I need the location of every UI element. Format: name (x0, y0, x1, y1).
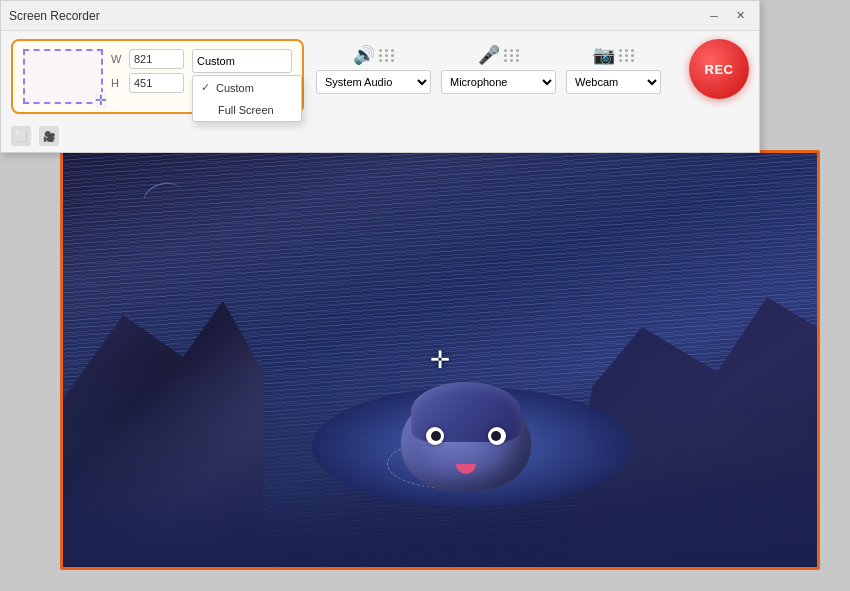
webcam-select[interactable]: Webcam (566, 70, 661, 94)
creature-body (401, 392, 531, 492)
webcam-group: 📷 Webcam (566, 44, 661, 94)
system-audio-icons: 🔊 (353, 44, 395, 66)
webcam-dots (619, 49, 635, 62)
mode-dropdown-wrapper: Custom Full Screen Custom Full Screen (192, 49, 292, 73)
titlebar: Screen Recorder ─ ✕ (1, 1, 759, 31)
height-row: H (111, 73, 184, 93)
microphone-icon: 🎤 (478, 44, 500, 66)
minimize-button[interactable]: ─ (703, 5, 725, 27)
microphone-dots (504, 49, 520, 62)
rec-button[interactable]: REC (689, 39, 749, 99)
dropdown-item-custom-label: Custom (216, 82, 254, 94)
width-label: W (111, 53, 125, 65)
system-audio-group: 🔊 System Audio (316, 44, 431, 94)
bottom-icon-1[interactable]: ⬜ (11, 126, 31, 146)
dropdown-item-fullscreen-label: Full Screen (218, 104, 274, 116)
mode-dropdown-menu: Custom Full Screen (192, 75, 302, 122)
webcam-icons: 📷 (593, 44, 635, 66)
height-label: H (111, 77, 125, 89)
bottom-icon-2[interactable]: 🎥 (39, 126, 59, 146)
width-row: W (111, 49, 184, 69)
window-title: Screen Recorder (9, 9, 100, 23)
window-controls: ─ ✕ (703, 5, 751, 27)
system-audio-select[interactable]: System Audio (316, 70, 431, 94)
webcam-icon: 📷 (593, 44, 615, 66)
width-input[interactable] (129, 49, 184, 69)
speaker-icon: 🔊 (353, 44, 375, 66)
dimension-box: W H (111, 49, 184, 93)
mode-section: Custom Full Screen Custom Full Screen (192, 49, 292, 99)
background-scene: ✛ (60, 150, 820, 570)
microphone-select[interactable]: Microphone (441, 70, 556, 94)
bottom-icons-row: ⬜ 🎥 (1, 122, 759, 152)
height-input[interactable] (129, 73, 184, 93)
mode-select[interactable]: Custom Full Screen (192, 49, 292, 73)
preview-frame (23, 49, 103, 104)
speaker-dots (379, 49, 395, 62)
creature-mouth (456, 464, 476, 474)
audio-section: 🔊 System Audio 🎤 (316, 39, 749, 99)
screen-recorder-window: Screen Recorder ─ ✕ W H (0, 0, 760, 153)
move-cursor-icon: ✛ (425, 345, 455, 375)
creature (401, 392, 531, 492)
microphone-icons: 🎤 (478, 44, 520, 66)
toolbar: W H Custom Full Screen (1, 31, 759, 122)
close-button[interactable]: ✕ (729, 5, 751, 27)
microphone-group: 🎤 Microphone (441, 44, 556, 94)
creature-eye-right (488, 427, 506, 445)
dropdown-item-custom[interactable]: Custom (193, 76, 301, 99)
creature-eye-left (426, 427, 444, 445)
dropdown-item-fullscreen[interactable]: Full Screen (193, 99, 301, 121)
record-area-section: W H Custom Full Screen (11, 39, 304, 114)
